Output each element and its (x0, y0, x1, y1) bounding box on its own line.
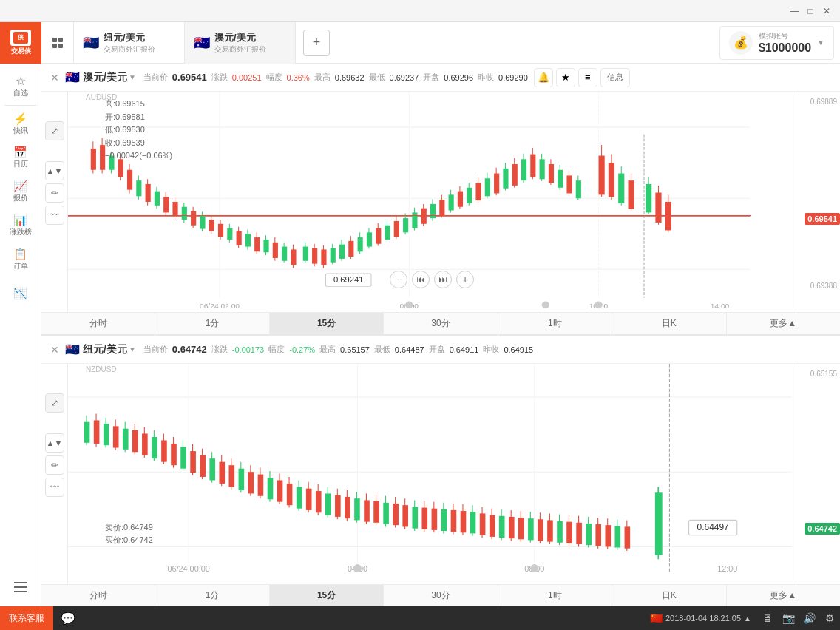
svg-rect-168 (190, 451, 196, 472)
chart1-bell-btn[interactable]: 🔔 (534, 68, 553, 87)
svg-rect-154 (123, 429, 129, 450)
account-area[interactable]: 💰 模拟账号 $1000000 ▼ (719, 26, 834, 60)
tf1-minutes-btn[interactable]: 分时 (41, 313, 155, 335)
chart1-controls[interactable]: − ⏮ ⏭ + (390, 271, 474, 288)
chart2-wave-btn[interactable]: 〰 (45, 478, 64, 497)
sidebar-item-rankings[interactable]: 📊 涨跌榜 (4, 209, 37, 242)
svg-point-269 (353, 564, 362, 572)
sidebar-item-calendar[interactable]: 📅 日历 (4, 141, 37, 174)
chart1-close-btn[interactable]: ✕ (47, 70, 62, 85)
chart1-change: 0.00251 (232, 73, 262, 82)
chart1-wave-btn[interactable]: 〰 (45, 206, 64, 225)
chart2-range: -0.27% (289, 345, 315, 354)
chart1-draw-btn[interactable]: ✏ (45, 183, 64, 203)
aud-pair-sub: 交易商外汇报价 (214, 44, 266, 55)
tf1-30min-btn[interactable]: 30分 (384, 313, 498, 335)
chart1-ref-line (68, 215, 751, 216)
prev-btn[interactable]: ⏮ (412, 271, 430, 288)
maximize-btn[interactable]: □ (803, 4, 818, 18)
cs-btn[interactable]: 联系客服 (0, 606, 53, 630)
camera-btn[interactable]: 📷 (778, 608, 799, 629)
svg-rect-252 (595, 524, 601, 546)
svg-text:06/24 02:00: 06/24 02:00 (200, 302, 240, 310)
chart2-header: ✕ 🇳🇿 纽元/美元 ▼ 当前价 0.64742 涨跌 -0.00173 幅度 … (41, 336, 840, 364)
tab-nzdusd[interactable]: 🇳🇿 纽元/美元 交易商外汇报价 (74, 22, 185, 64)
sidebar-item-quotes[interactable]: 📈 报价 (4, 175, 37, 208)
account-value: $1000000 (759, 41, 811, 55)
chart1-menu-btn[interactable]: ≡ (578, 68, 597, 87)
nzd-pair-name: 纽元/美元 (104, 31, 155, 44)
status-datetime: 2018-01-04 18:21:05 (665, 614, 741, 623)
nzd-pair-sub: 交易商外汇报价 (104, 44, 155, 55)
svg-text:14:00: 14:00 (711, 302, 730, 310)
volume-btn[interactable]: 🔊 (799, 608, 819, 629)
tf1-more-btn[interactable]: 更多▲ (727, 313, 840, 335)
tf1-1h-btn[interactable]: 1时 (498, 313, 612, 335)
sidebar-item-menu[interactable] (4, 571, 37, 603)
tf2-minutes-btn[interactable]: 分时 (41, 585, 155, 607)
minimize-btn[interactable]: — (787, 4, 802, 18)
chart2-draw-btn[interactable]: ✏ (45, 455, 64, 475)
chart2-sell-buy-info: 卖价:0.64749 买价:0.64742 (105, 521, 153, 547)
chart1-prev: 0.69290 (498, 73, 528, 82)
chart2-body[interactable]: ⤢ ▲▼ ✏ 〰 卖价:0.64749 买价:0.64742 (41, 364, 840, 584)
chart1-pair-name[interactable]: 澳元/美元 (83, 71, 127, 84)
chart1-toolbar: ⤢ ▲▼ ✏ 〰 (41, 92, 68, 312)
chart1-indicator-btn[interactable]: ▲▼ (45, 161, 64, 180)
svg-rect-158 (142, 433, 148, 455)
zoom-in-btn[interactable]: + (456, 271, 474, 288)
topnav: 侠 交易侠 🇳🇿 纽元/美元 交易商外汇报价 🇦🇺 澳元/美元 交易商外汇报价 … (0, 22, 840, 64)
chart2-indicator-btn[interactable]: ▲▼ (45, 433, 64, 453)
svg-point-270 (530, 564, 538, 572)
tf1-1min-btn[interactable]: 1分 (155, 313, 269, 335)
zoom-out-btn[interactable]: − (390, 271, 407, 288)
sidebar-item-chart[interactable]: 📉 (4, 277, 37, 310)
svg-rect-111 (558, 170, 563, 188)
tf2-1h-btn[interactable]: 1时 (498, 585, 612, 607)
sidebar-item-favorites[interactable]: ☆ 自选 (4, 70, 37, 102)
chart2-pair-name[interactable]: 纽元/美元 (83, 343, 127, 356)
svg-text:0.69241: 0.69241 (333, 275, 364, 284)
svg-rect-91 (467, 188, 472, 203)
tf2-15min-btn[interactable]: 15分 (270, 585, 384, 607)
svg-text:12:00: 12:00 (717, 564, 737, 573)
tf2-dayk-btn[interactable]: 日K (612, 585, 726, 607)
tab-audusd[interactable]: 🇦🇺 澳元/美元 交易商外汇报价 (185, 22, 296, 64)
chart2-svg[interactable]: 0.64497 06/24 00:00 04:00 08:00 12:00 (68, 364, 840, 584)
chart1-body[interactable]: ⤢ ▲▼ ✏ 〰 高:0.69615 开:0.69581 低:0.69530 收… (41, 92, 840, 312)
svg-rect-232 (499, 516, 505, 538)
account-chevron: ▼ (817, 38, 824, 47)
tf2-30min-btn[interactable]: 30分 (384, 585, 498, 607)
tf1-15min-btn[interactable]: 15分 (270, 313, 384, 335)
svg-rect-148 (94, 420, 100, 443)
chart1-info-btn[interactable]: 信息 (600, 68, 630, 87)
chart2-change: -0.00173 (232, 345, 264, 354)
tf1-dayk-btn[interactable]: 日K (612, 313, 726, 335)
tf2-more-btn[interactable]: 更多▲ (727, 585, 840, 607)
grid-button[interactable] (41, 22, 74, 64)
chart2-code: NZDUSD (86, 365, 117, 373)
chat-icon[interactable]: 💬 (56, 606, 80, 630)
settings-btn[interactable]: ⚙ (819, 608, 840, 629)
svg-rect-39 (237, 231, 242, 245)
chart2-panel: ✕ 🇳🇿 纽元/美元 ▼ 当前价 0.64742 涨跌 -0.00173 幅度 … (41, 336, 840, 606)
close-btn[interactable]: ✕ (819, 4, 834, 18)
chart2-zoom-fit-btn[interactable]: ⤢ (45, 393, 64, 413)
chart2-price-label: 0.64742 (805, 523, 840, 535)
svg-rect-178 (239, 469, 245, 490)
next-btn[interactable]: ⏭ (434, 271, 452, 288)
statusbar: 联系客服 💬 🇨🇳 2018-01-04 18:21:05 ▲ 🖥 📷 🔊 ⚙ (0, 606, 840, 630)
sidebar-item-orders[interactable]: 📋 订单 (4, 243, 37, 276)
chart2-stats: 当前价 0.64742 涨跌 -0.00173 幅度 -0.27% 最高 0.6… (143, 344, 533, 355)
screen-btn[interactable]: 🖥 (757, 608, 778, 629)
chart1-candle-info: 高:0.69615 开:0.69581 低:0.69530 收:0.69539 … (105, 98, 172, 163)
sidebar-item-news[interactable]: ⚡ 快讯 (4, 107, 37, 140)
svg-rect-29 (191, 211, 196, 225)
chart1-star-btn[interactable]: ★ (556, 68, 575, 87)
add-tab-button[interactable]: + (303, 30, 330, 56)
chart2-close-btn[interactable]: ✕ (47, 342, 62, 357)
chart2-current-price: 0.64742 (172, 344, 207, 355)
svg-rect-85 (439, 200, 444, 215)
chart1-zoom-fit-btn[interactable]: ⤢ (45, 121, 64, 140)
tf2-1min-btn[interactable]: 1分 (155, 585, 269, 607)
